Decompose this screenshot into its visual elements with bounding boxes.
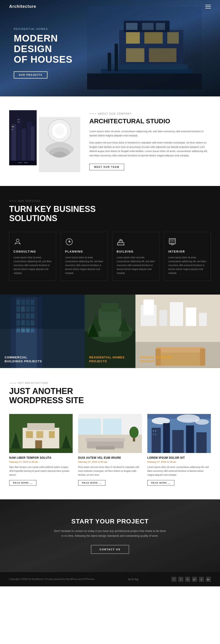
- services-grid: CONSULTING Lorem ipsum dolor sit amet, c…: [9, 232, 211, 281]
- cta-title: START YOUR PROJECT: [9, 518, 211, 525]
- svg-rect-128: [153, 430, 154, 432]
- svg-rect-126: [186, 426, 194, 453]
- blog-read-more-2[interactable]: READ MORE ...: [78, 480, 106, 486]
- about-body-1: Lorem ipsum dolor sit amet, consectetuer…: [89, 129, 211, 138]
- blog-image-1: [9, 414, 73, 453]
- svg-rect-44: [119, 241, 123, 243]
- about-image-buildings: [9, 110, 37, 165]
- svg-rect-79: [99, 309, 121, 337]
- svg-rect-127: [196, 432, 207, 453]
- cta-section: START YOUR PROJECT Don't hesitate to con…: [0, 499, 220, 572]
- service-desc-consulting: Lorem ipsum dolor sit amet, consectetuer…: [13, 256, 52, 275]
- service-card-interior: INTERIOR Lorem ipsum dolor sit amet, con…: [164, 232, 211, 281]
- svg-rect-96: [200, 348, 205, 366]
- portfolio-title-1: COMMERCIALBUILDINGS PROJECTS: [4, 356, 42, 364]
- blog-date-1: February 27, 2018 11:46 am: [9, 461, 73, 463]
- svg-rect-31: [24, 162, 27, 163]
- social-twitter-icon[interactable]: t: [178, 577, 183, 582]
- svg-rect-112: [103, 418, 121, 434]
- blog-section: HOT ARCHITECTURE JUST ANOTHERWORDPRESS S…: [0, 368, 220, 499]
- svg-rect-48: [170, 240, 172, 241]
- svg-point-114: [129, 426, 139, 438]
- blog-card-2: DUIS AUTEM VEL EUM IRIURE February 27, 2…: [78, 414, 142, 486]
- service-name-planning: PLANNING: [65, 250, 103, 253]
- portfolio-item-interior[interactable]: MODERN INTERIORDESIGNS: [135, 294, 220, 368]
- service-card-consulting: CONSULTING Lorem ipsum dolor sit amet, c…: [9, 232, 56, 281]
- svg-rect-103: [49, 431, 55, 438]
- service-name-building: BUILDING: [117, 250, 155, 253]
- svg-rect-29: [9, 161, 37, 165]
- social-googleplus-icon[interactable]: g+: [192, 577, 197, 582]
- about-section: ABOUT OUR COMPANY ARCHITECTURAL STUDIO L…: [0, 96, 220, 186]
- blog-read-more-1[interactable]: READ MORE ...: [9, 480, 36, 486]
- about-section-label: ABOUT OUR COMPANY: [89, 112, 211, 115]
- hero-title: MODERN DESIGNOF HOUSES: [14, 33, 92, 65]
- blog-grid: NAM LIBER TEMPOR SOLUTA February 27, 201…: [9, 414, 211, 486]
- svg-rect-92: [199, 313, 207, 326]
- cta-button[interactable]: CONTACT US: [91, 545, 129, 554]
- consulting-icon: [13, 238, 23, 247]
- svg-rect-80: [102, 303, 118, 312]
- site-header: Architecture: [0, 0, 220, 13]
- about-cta-button[interactable]: MEET OUR TEAM: [89, 164, 124, 170]
- svg-rect-27: [18, 122, 18, 122]
- portfolio-item-residential[interactable]: RESIDENTIAL HOMESPROJECTS: [85, 294, 135, 368]
- blog-card-3: LOREM IPSUM DOLOR SIT February 27, 2018 …: [147, 414, 211, 486]
- svg-rect-28: [19, 122, 20, 122]
- svg-rect-88: [143, 300, 154, 316]
- blog-main-title: JUST ANOTHERWORDPRESS SITE: [9, 387, 211, 405]
- service-card-building: BUILDING Lorem ipsum dolor sit amet, con…: [112, 232, 159, 281]
- svg-rect-26: [19, 120, 20, 120]
- building-icon: [117, 238, 126, 247]
- footer-goto-top[interactable]: Go To Top: [128, 578, 138, 581]
- service-card-planning: PLANNING Lorem ipsum dolor sit amet, con…: [61, 232, 108, 281]
- social-linkedin-icon[interactable]: in: [185, 577, 190, 582]
- blog-title-1: NAM LIBER TEMPOR SOLUTA: [9, 456, 73, 460]
- blog-section-label: HOT ARCHITECTURE: [9, 382, 211, 384]
- planning-icon: [65, 238, 74, 247]
- hero-cta-button[interactable]: OUR PROJECTS: [14, 72, 47, 78]
- blog-title-2: DUIS AUTEM VEL EUM IRIURE: [78, 456, 142, 460]
- services-title: TURN KEY BUSINESSSOLUTIONS: [9, 204, 101, 223]
- svg-rect-101: [26, 431, 33, 438]
- site-footer: Copyright © 2018 Hot Architecture. Proud…: [0, 572, 220, 586]
- svg-rect-125: [172, 430, 184, 453]
- svg-rect-19: [22, 128, 26, 165]
- social-pinterest-icon[interactable]: p: [199, 577, 204, 582]
- svg-rect-49: [173, 240, 175, 241]
- portfolio-title-3: MODERN INTERIORDESIGNS: [140, 356, 172, 364]
- blog-date-2: February 27, 2018 11:40 am: [78, 461, 142, 463]
- services-section-label: OUR SERVICES: [9, 200, 211, 202]
- svg-rect-102: [36, 431, 43, 438]
- footer-copyright: Copyright © 2018 Hot Architecture. Proud…: [9, 578, 95, 581]
- about-text: ABOUT OUR COMPANY ARCHITECTURAL STUDIO L…: [89, 110, 211, 172]
- blog-date-3: February 27, 2018 11:39 am: [147, 461, 211, 463]
- svg-rect-124: [163, 423, 170, 453]
- social-youtube-icon[interactable]: ▶: [206, 577, 211, 582]
- cta-desc: Don't hesitate to contact us today if yo…: [53, 529, 167, 538]
- blog-excerpt-1: Nam liber tempor cum soluta nobis eleife…: [9, 465, 73, 477]
- blog-excerpt-2: Duis autem vel eum iriure dolor in hendr…: [78, 465, 142, 477]
- footer-social-links: f t in g+ p ▶: [171, 577, 211, 582]
- blog-title-3: LOREM IPSUM DOLOR SIT: [147, 456, 211, 460]
- interior-icon: [168, 238, 177, 247]
- svg-rect-97: [135, 367, 220, 368]
- svg-rect-25: [18, 120, 18, 120]
- hero-subtitle: RESIDENTIAL HOMES: [14, 28, 206, 30]
- site-logo: Architecture: [9, 4, 36, 9]
- portfolio-label-1: COMMERCIALBUILDINGS PROJECTS: [4, 356, 42, 364]
- about-body-2: Duis autem vel eum iriure dolor in hendr…: [89, 140, 211, 158]
- svg-rect-131: [155, 434, 156, 435]
- svg-rect-90: [170, 302, 183, 326]
- about-title: ARCHITECTURAL STUDIO: [89, 117, 211, 125]
- svg-rect-21: [31, 126, 34, 165]
- svg-rect-117: [96, 446, 114, 450]
- service-desc-planning: Lorem ipsum dolor sit amet, consectetuer…: [65, 256, 103, 275]
- social-facebook-icon[interactable]: f: [171, 577, 176, 582]
- hamburger-menu[interactable]: [205, 5, 211, 8]
- svg-rect-43: [117, 243, 124, 245]
- svg-rect-100: [27, 423, 55, 430]
- portfolio-item-commercial[interactable]: COMMERCIALBUILDINGS PROJECTS: [0, 294, 85, 368]
- svg-point-36: [16, 239, 19, 242]
- blog-read-more-3[interactable]: READ MORE ...: [147, 480, 175, 486]
